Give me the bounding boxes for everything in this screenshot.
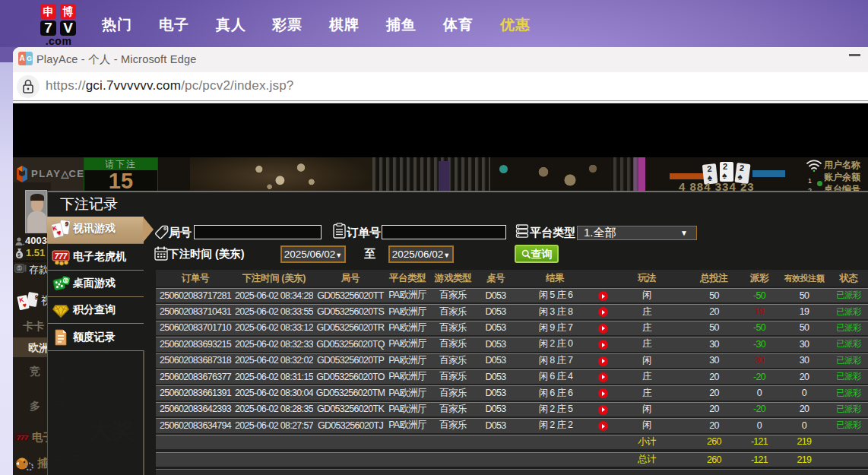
svg-text:9: 9	[34, 293, 39, 301]
svg-text:$: $	[18, 265, 21, 271]
svg-text:♠: ♠	[722, 170, 727, 181]
svg-text:$: $	[17, 252, 21, 258]
svg-text:777: 777	[17, 434, 29, 442]
svg-text:777: 777	[55, 252, 68, 261]
